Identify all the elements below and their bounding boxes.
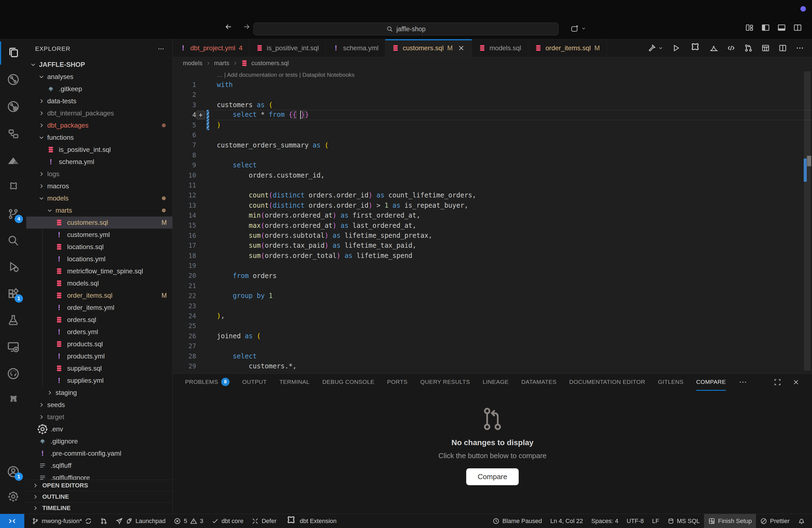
status-finish-setup[interactable]: Finish Setup bbox=[704, 514, 756, 528]
breadcrumb-item[interactable]: marts bbox=[214, 60, 229, 67]
code-line-10[interactable]: 10 orders.customer_id, bbox=[173, 171, 812, 180]
panel-tab-terminal[interactable]: TERMINAL bbox=[279, 373, 309, 391]
close-panel-icon[interactable] bbox=[792, 378, 800, 386]
code-line-11[interactable]: 11 bbox=[173, 180, 812, 190]
code-line-12[interactable]: 12 count(distinct orders.order_id) as co… bbox=[173, 190, 812, 200]
code-line-21[interactable]: 21 bbox=[173, 281, 812, 291]
code-line-6[interactable]: 6 bbox=[173, 130, 812, 140]
status-dbt-core[interactable]: dbt core bbox=[207, 514, 248, 528]
tab-is-positive-int-sql[interactable]: is_positive_int.sql bbox=[249, 39, 325, 57]
tree-item-jaffle-shop[interactable]: JAFFLE-SHOP bbox=[26, 59, 172, 71]
tree-item-locations-yml[interactable]: !locations.yml bbox=[26, 253, 172, 265]
section-open-editors[interactable]: OPEN EDITORS bbox=[26, 480, 172, 491]
codelens[interactable]: … | Add documentation or tests | Datapil… bbox=[173, 69, 812, 80]
tab-dbt-project-yml[interactable]: !dbt_project.yml4 bbox=[173, 39, 249, 57]
code-line-5[interactable]: 5) bbox=[173, 120, 812, 130]
copilot-menu[interactable] bbox=[570, 24, 586, 33]
tree-item-orders-yml[interactable]: !orders.yml bbox=[26, 326, 172, 338]
scrollbar-slider[interactable] bbox=[804, 71, 811, 371]
code-line-16[interactable]: 16 sum(orders.subtotal) as lifetime_spen… bbox=[173, 231, 812, 240]
action-query-results[interactable] bbox=[761, 44, 770, 53]
code-line-7[interactable]: 7customer_orders_summary as ( bbox=[173, 140, 812, 150]
code-line-15[interactable]: 15 max(orders.ordered_at) as last_ordere… bbox=[173, 220, 812, 230]
navigate-forward-icon[interactable] bbox=[243, 23, 251, 31]
code-line-9[interactable]: 9 select bbox=[173, 160, 812, 170]
activity-item-settings[interactable] bbox=[0, 485, 26, 509]
status-language-mode[interactable]: MS SQL bbox=[663, 514, 704, 528]
tree-item--sqlfluff[interactable]: .sqlfluff bbox=[26, 459, 172, 472]
tab-order-items-sql[interactable]: order_items.sqlM bbox=[528, 39, 607, 57]
command-center-search[interactable]: jaffle-shop bbox=[253, 23, 559, 35]
action-more-actions[interactable] bbox=[795, 44, 804, 53]
breadcrumb[interactable]: modelsmartscustomers.sql bbox=[173, 57, 812, 69]
section-timeline[interactable]: TIMELINE bbox=[26, 502, 172, 514]
breadcrumb-item[interactable]: models bbox=[183, 60, 202, 67]
code-line-13[interactable]: 13 count(distinct orders.order_id) > 1 a… bbox=[173, 201, 812, 210]
status-launchpad[interactable]: Launchpad bbox=[112, 514, 170, 528]
code-line-14[interactable]: 14 min(orders.ordered_at) as first_order… bbox=[173, 210, 812, 220]
tree-item-supplies-yml[interactable]: !supplies.yml bbox=[26, 375, 172, 386]
tab-schema-yml[interactable]: !schema.yml bbox=[325, 39, 385, 57]
code-line-2[interactable]: 2 bbox=[173, 90, 812, 100]
navigate-back-icon[interactable] bbox=[224, 23, 233, 31]
activity-item-remote-explorer[interactable] bbox=[0, 335, 26, 358]
tree-item-is-positive-int-sql[interactable]: is_positive_int.sql bbox=[26, 144, 172, 156]
activity-item-github[interactable] bbox=[0, 362, 26, 385]
tree-item-marts[interactable]: marts bbox=[26, 204, 172, 217]
tree-item-seeds[interactable]: seeds bbox=[26, 399, 172, 411]
status-git-branch[interactable]: mwong-fusion* bbox=[28, 514, 96, 528]
section-outline[interactable]: OUTLINE bbox=[26, 491, 172, 502]
panel-tab-query-results[interactable]: QUERY RESULTS bbox=[420, 373, 470, 391]
action-run-query[interactable] bbox=[672, 44, 681, 53]
activity-item-flow[interactable] bbox=[0, 121, 26, 145]
compare-button[interactable]: Compare bbox=[466, 468, 519, 485]
tree-item-logs[interactable]: logs bbox=[26, 168, 172, 180]
code-line-24[interactable]: 24), bbox=[173, 311, 812, 321]
action-build-task[interactable] bbox=[648, 44, 663, 53]
status-prettier[interactable]: Prettier bbox=[756, 514, 794, 528]
tree-item-macros[interactable]: macros bbox=[26, 180, 172, 192]
status-notifications[interactable] bbox=[794, 514, 809, 528]
panel-tab-datamates[interactable]: DATAMATES bbox=[521, 373, 556, 391]
panel-tab-output[interactable]: OUTPUT bbox=[242, 373, 267, 391]
code-area[interactable]: 1with23customers as (4+ select * from {{… bbox=[173, 80, 812, 371]
status-git-compare-status[interactable] bbox=[96, 514, 112, 528]
panel-tab-ports[interactable]: PORTS bbox=[387, 373, 407, 391]
tree-item--sqlfluffignore[interactable]: .sqlfluffignore bbox=[26, 472, 172, 480]
tree-item-data-tests[interactable]: data-tests bbox=[26, 95, 172, 107]
panel-tab-debug-console[interactable]: DEBUG CONSOLE bbox=[322, 373, 374, 391]
status-encoding[interactable]: UTF-8 bbox=[623, 514, 648, 528]
breadcrumb-item[interactable]: customers.sql bbox=[251, 60, 289, 67]
tree-item-analyses[interactable]: analyses bbox=[26, 71, 172, 83]
action-compile-sql[interactable] bbox=[726, 43, 736, 53]
code-line-27[interactable]: 27 bbox=[173, 341, 812, 351]
code-line-22[interactable]: 22 group by 1 bbox=[173, 291, 812, 301]
tree-item-customers-sql[interactable]: customers.sqlM bbox=[26, 217, 172, 229]
tab-customers-sql[interactable]: customers.sqlM bbox=[385, 39, 472, 57]
activity-item-datafold[interactable] bbox=[0, 149, 26, 172]
panel-tab-gitlens[interactable]: GITLENS bbox=[658, 373, 684, 391]
activity-item-dbt-power-user[interactable] bbox=[0, 175, 26, 199]
status-dbt-extension[interactable]: dbt Extension bbox=[280, 514, 340, 528]
tree-item--env[interactable]: .env bbox=[26, 423, 172, 435]
code-line-19[interactable]: 19 bbox=[173, 261, 812, 270]
code-line-29[interactable]: 29 customers.*, bbox=[173, 361, 812, 371]
panel-more-icon[interactable] bbox=[739, 378, 748, 386]
tree-item-dbt-internal-packages[interactable]: dbt_internal_packages bbox=[26, 107, 172, 119]
add-button[interactable]: + bbox=[196, 111, 205, 119]
tree-item-products-yml[interactable]: !products.yml bbox=[26, 350, 172, 362]
code-line-26[interactable]: 26joined as ( bbox=[173, 331, 812, 341]
code-line-4[interactable]: 4+ select * from {{ }} bbox=[173, 110, 812, 120]
code-line-1[interactable]: 1with bbox=[173, 80, 812, 90]
tree-item-order-items-yml[interactable]: !order_items.yml bbox=[26, 302, 172, 314]
toggle-secondary-sidebar-icon[interactable] bbox=[793, 23, 802, 32]
code-line-3[interactable]: 3customers as ( bbox=[173, 100, 812, 110]
status-cursor-position[interactable]: Ln 4, Col 22 bbox=[546, 514, 587, 528]
action-datafold-action[interactable] bbox=[709, 44, 718, 53]
action-git-compare-action[interactable] bbox=[744, 44, 753, 53]
tree-item-products-sql[interactable]: products.sql bbox=[26, 338, 172, 350]
toggle-panel-icon[interactable] bbox=[777, 23, 786, 32]
activity-item-accounts[interactable]: 1 bbox=[0, 460, 26, 484]
activity-item-scm-graph-alt[interactable] bbox=[0, 95, 26, 118]
tree-item-models-sql[interactable]: models.sql bbox=[26, 277, 172, 289]
